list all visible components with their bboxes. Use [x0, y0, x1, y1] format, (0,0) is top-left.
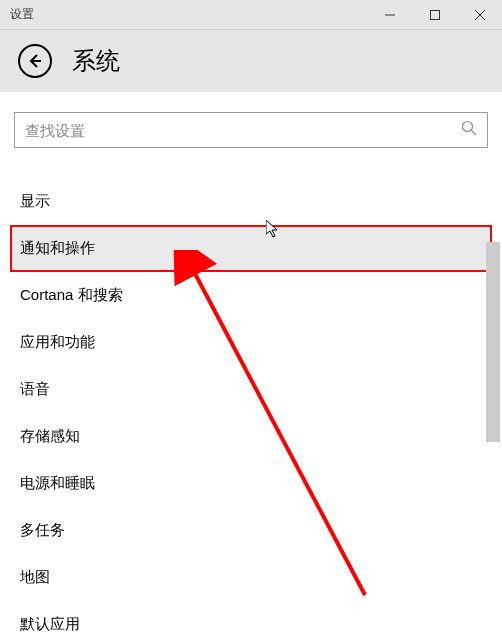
list-item-label: Cortana 和搜索: [20, 286, 123, 305]
svg-line-6: [472, 131, 477, 136]
maximize-icon: [430, 10, 440, 20]
list-item-label: 多任务: [20, 521, 65, 540]
list-item-label: 存储感知: [20, 427, 80, 446]
list-item-label: 应用和功能: [20, 333, 95, 352]
list-item-cortana[interactable]: Cortana 和搜索: [14, 272, 488, 319]
list-item-voice[interactable]: 语音: [14, 366, 488, 413]
list-item-apps[interactable]: 应用和功能: [14, 319, 488, 366]
content-area: 显示 通知和操作 Cortana 和搜索 应用和功能 语音 存储感知 电源和睡眠…: [0, 92, 502, 642]
close-icon: [475, 10, 485, 20]
window-title: 设置: [0, 6, 367, 23]
list-item-power[interactable]: 电源和睡眠: [14, 460, 488, 507]
maximize-button[interactable]: [412, 0, 457, 29]
back-arrow-icon: [27, 53, 43, 69]
header: 系统: [0, 30, 502, 92]
list-item-display[interactable]: 显示: [14, 178, 488, 225]
list-item-label: 通知和操作: [20, 239, 95, 258]
svg-point-5: [463, 122, 473, 132]
list-item-default-apps[interactable]: 默认应用: [14, 601, 488, 642]
minimize-button[interactable]: [367, 0, 412, 29]
window-controls: [367, 0, 502, 29]
minimize-icon: [385, 10, 395, 20]
titlebar: 设置: [0, 0, 502, 30]
list-item-label: 电源和睡眠: [20, 474, 95, 493]
scrollbar[interactable]: [486, 242, 500, 442]
list-item-label: 语音: [20, 380, 50, 399]
search-box[interactable]: [14, 112, 488, 148]
list-item-multitask[interactable]: 多任务: [14, 507, 488, 554]
search-icon: [461, 120, 477, 140]
settings-list: 显示 通知和操作 Cortana 和搜索 应用和功能 语音 存储感知 电源和睡眠…: [14, 178, 488, 642]
back-button[interactable]: [18, 44, 52, 78]
list-item-storage[interactable]: 存储感知: [14, 413, 488, 460]
list-item-notifications[interactable]: 通知和操作: [10, 225, 492, 272]
list-item-label: 显示: [20, 192, 50, 211]
list-item-maps[interactable]: 地图: [14, 554, 488, 601]
svg-rect-1: [430, 10, 439, 19]
list-item-label: 地图: [20, 568, 50, 587]
list-item-label: 默认应用: [20, 615, 80, 634]
page-title: 系统: [72, 45, 120, 77]
search-input[interactable]: [25, 122, 461, 139]
close-button[interactable]: [457, 0, 502, 29]
